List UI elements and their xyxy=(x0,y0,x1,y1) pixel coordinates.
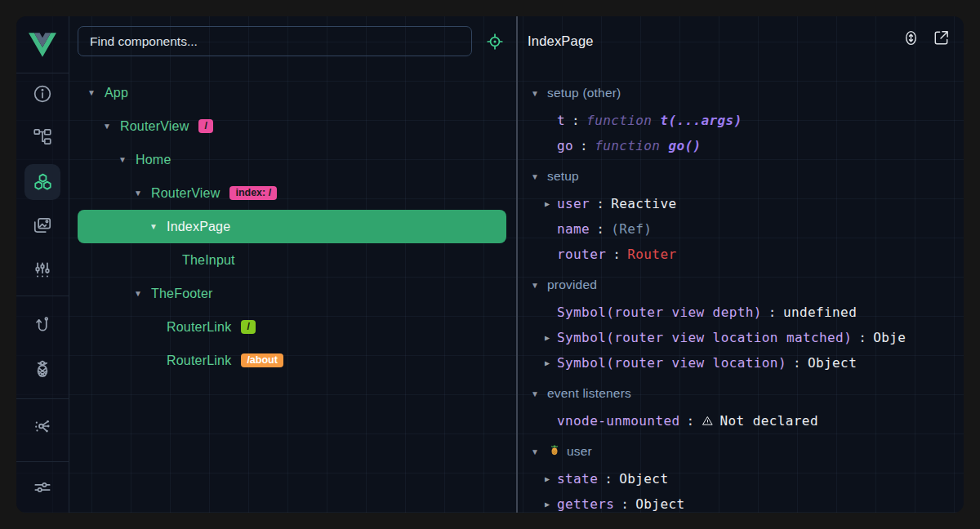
scroll-to-component-icon xyxy=(902,29,920,47)
sidebar-item-pinia[interactable] xyxy=(24,351,60,387)
component-label: RouterView xyxy=(120,119,189,134)
chevron-right-icon[interactable]: ▶ xyxy=(543,500,557,509)
section-header-provided[interactable]: ▼provided xyxy=(518,270,964,300)
component-label: TheInput xyxy=(182,253,235,268)
tree-row-routerlink[interactable]: RouterLink/ xyxy=(78,310,506,344)
state-sections: ▼setup (other)t:functiont(...args)go:fun… xyxy=(518,73,964,513)
chevron-down-icon: ▼ xyxy=(529,447,541,456)
section-title: user xyxy=(567,444,592,459)
pineapple-icon xyxy=(32,358,53,380)
tree-row-routerlink[interactable]: RouterLink/about xyxy=(78,344,506,377)
tree-row-theinput[interactable]: TheInput xyxy=(78,243,506,277)
function-signature: t(...args) xyxy=(652,113,742,128)
tree-row-home[interactable]: ▼Home xyxy=(78,143,506,176)
section-title: setup xyxy=(547,169,579,184)
open-in-editor-button[interactable] xyxy=(929,25,953,50)
state-value: Object xyxy=(635,496,684,512)
state-key: go xyxy=(557,138,573,153)
sidebar xyxy=(16,16,69,513)
tree-row-indexpage[interactable]: ▼IndexPage xyxy=(78,210,506,243)
state-key: name xyxy=(557,221,590,237)
sidebar-divider xyxy=(16,461,69,462)
selected-component-title: IndexPage xyxy=(528,33,594,49)
tree-row-routerview[interactable]: ▼RouterViewindex: / xyxy=(78,176,506,210)
warning-icon xyxy=(702,415,714,427)
state-row: name: (Ref) xyxy=(518,216,964,242)
sidebar-divider xyxy=(16,296,69,296)
section-header-setup[interactable]: ▼setup xyxy=(518,162,964,191)
key-value-separator: : xyxy=(786,355,808,371)
state-row[interactable]: ▶state:Object xyxy=(518,466,964,491)
state-section: ▼providedSymbol(router view depth):undef… xyxy=(518,270,964,376)
chevron-down-icon: ▼ xyxy=(529,281,541,290)
vue-logo xyxy=(16,16,69,73)
chevron-right-icon[interactable]: ▶ xyxy=(543,358,557,367)
function-keyword: function xyxy=(595,138,660,153)
chevron-down-icon[interactable]: ▼ xyxy=(116,155,129,164)
sidebar-item-pages[interactable] xyxy=(24,208,60,244)
key-value-separator: : xyxy=(573,138,595,153)
section-title: provided xyxy=(547,278,597,292)
open-in-editor-icon xyxy=(932,29,951,47)
sidebar-item-timeline[interactable] xyxy=(24,252,60,288)
chevron-down-icon[interactable]: ▼ xyxy=(100,122,114,131)
state-key: state xyxy=(557,471,598,487)
tree-row-routerview[interactable]: ▼RouterView/ xyxy=(78,109,506,143)
state-row[interactable]: ▶user:Reactive xyxy=(518,191,964,216)
state-section: ▼setup (other)t:functiont(...args)go:fun… xyxy=(518,78,964,158)
components-panel: ▼App▼RouterView/▼Home▼RouterViewindex: /… xyxy=(69,16,516,513)
sidebar-item-graph[interactable] xyxy=(24,408,60,444)
state-panel: IndexPage ▼setup (other)t:functiont(...a… xyxy=(518,16,964,513)
sidebar-item-settings[interactable] xyxy=(24,469,60,505)
state-key: getters xyxy=(557,496,614,512)
info-icon xyxy=(32,83,53,104)
state-value: undefined xyxy=(783,305,857,320)
key-value-separator: : xyxy=(590,196,611,211)
state-value: Reactive xyxy=(611,196,676,211)
section-header-user[interactable]: ▼user xyxy=(518,437,964,466)
tree-row-thefooter[interactable]: ▼TheFooter xyxy=(78,277,506,310)
sidebar-item-overview[interactable] xyxy=(24,76,60,112)
chevron-down-icon[interactable]: ▼ xyxy=(147,222,160,231)
search-input[interactable] xyxy=(78,34,471,49)
inspect-component-button[interactable] xyxy=(483,29,507,54)
scroll-to-component-button[interactable] xyxy=(898,25,923,50)
component-label: IndexPage xyxy=(167,220,230,234)
state-key: Symbol(router view location) xyxy=(557,355,786,371)
state-key: user xyxy=(557,196,590,211)
sliders-vertical-icon xyxy=(32,260,53,281)
chevron-down-icon: ▼ xyxy=(529,172,541,181)
tree-row-app[interactable]: ▼App xyxy=(78,76,506,109)
chevron-right-icon[interactable]: ▶ xyxy=(543,199,557,208)
chevron-down-icon[interactable]: ▼ xyxy=(131,189,145,198)
section-header-setup-other-[interactable]: ▼setup (other) xyxy=(518,78,964,108)
chevron-down-icon[interactable]: ▼ xyxy=(131,289,145,298)
state-row: router:Router xyxy=(518,242,964,267)
sidebar-divider xyxy=(16,398,69,399)
key-value-separator: : xyxy=(598,471,619,487)
state-section: ▼setup▶user:Reactivename: (Ref)router:Ro… xyxy=(518,162,964,267)
sidebar-item-elements[interactable] xyxy=(24,119,60,155)
chevron-down-icon[interactable]: ▼ xyxy=(85,88,98,97)
key-value-separator: : xyxy=(606,247,627,262)
chevron-right-icon[interactable]: ▶ xyxy=(543,333,557,342)
state-key: vnode-unmounted xyxy=(557,413,680,429)
sidebar-item-router[interactable] xyxy=(24,307,60,343)
state-row: t:functiont(...args) xyxy=(518,108,964,133)
key-value-separator: : xyxy=(590,221,611,237)
state-value: Not declared xyxy=(720,413,818,429)
state-row[interactable]: ▶getters:Object xyxy=(518,491,964,513)
state-key: Symbol(router view location matched) xyxy=(557,330,852,345)
state-row[interactable]: ▶Symbol(router view location):Object xyxy=(518,350,964,376)
state-value: Obje xyxy=(873,330,906,345)
sliders-icon xyxy=(32,477,53,498)
key-value-separator: : xyxy=(565,113,586,128)
section-header-event-listeners[interactable]: ▼event listeners xyxy=(518,379,964,408)
sidebar-item-components[interactable] xyxy=(24,164,60,200)
key-value-separator: : xyxy=(762,305,783,320)
vue-devtools-window: ▼App▼RouterView/▼Home▼RouterViewindex: /… xyxy=(16,16,964,513)
state-panel-header: IndexPage xyxy=(518,16,964,65)
chevron-right-icon[interactable]: ▶ xyxy=(543,474,557,483)
state-row[interactable]: ▶Symbol(router view location matched):Ob… xyxy=(518,325,964,350)
state-row: Symbol(router view depth):undefined xyxy=(518,300,964,325)
